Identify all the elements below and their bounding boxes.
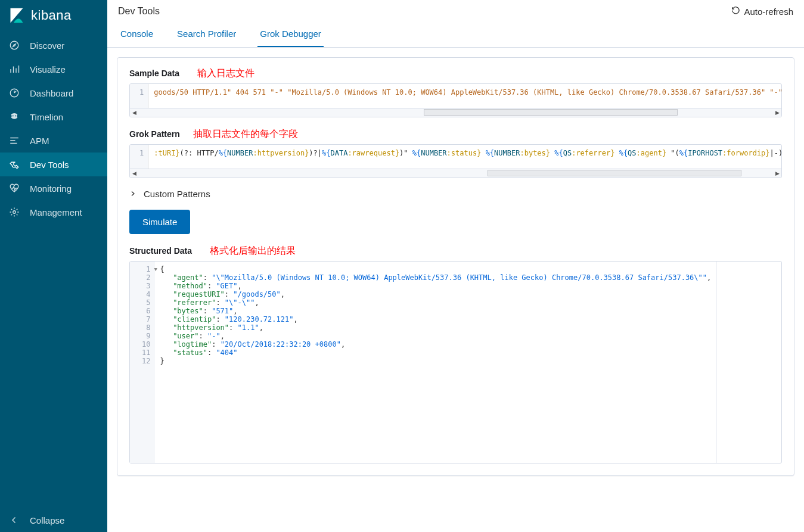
structured-data-output[interactable]: 123456789101112 ▼{ "agent": "\"Mozilla/5…: [129, 261, 782, 463]
nav-label: Visualize: [30, 64, 66, 74]
grok-pattern-label: Grok Pattern 抽取日志文件的每个字段: [129, 128, 782, 141]
refresh-icon: [731, 6, 740, 17]
sidebar-item-management[interactable]: Management: [0, 200, 107, 224]
gear-icon: [8, 206, 20, 218]
scroll-right-icon[interactable]: ▶: [773, 169, 781, 178]
tab-console[interactable]: Console: [118, 23, 156, 47]
page-title: Dev Tools: [118, 6, 160, 17]
sidebar-item-timelion[interactable]: Timelion: [0, 105, 107, 129]
output-code: ▼{ "agent": "\"Mozilla/5.0 (Windows NT 1…: [155, 262, 716, 463]
simulate-button[interactable]: Simulate: [129, 210, 190, 234]
svg-point-2: [13, 116, 14, 117]
content: Sample Data 输入日志文件 1 goods/50 HTTP/1.1" …: [107, 48, 804, 532]
gutter: 123456789101112: [130, 262, 155, 463]
main: Dev Tools Auto-refresh Console Search Pr…: [107, 0, 804, 532]
scroll-left-icon[interactable]: ◀: [130, 108, 138, 117]
sidebar-item-monitoring[interactable]: Monitoring: [0, 176, 107, 200]
sidebar-item-discover[interactable]: Discover: [0, 33, 107, 57]
wrench-icon: [8, 158, 20, 170]
nav-label: Discover: [30, 41, 64, 51]
kibana-logo-icon: [8, 7, 25, 24]
collapse-icon: [8, 514, 20, 526]
svg-point-4: [13, 211, 16, 214]
sample-data-editor[interactable]: 1 goods/50 HTTP/1.1" 404 571 "-" "Mozill…: [129, 83, 782, 117]
logo[interactable]: kibana: [0, 0, 107, 33]
sidebar-item-devtools[interactable]: Dev Tools: [0, 153, 107, 176]
tab-grok-debugger[interactable]: Grok Debugger: [257, 23, 324, 47]
h-scrollbar[interactable]: ◀ ▶: [130, 108, 781, 117]
tabs: Console Search Profiler Grok Debugger: [107, 20, 804, 48]
annotation-output: 格式化后输出的结果: [210, 245, 296, 257]
h-scrollbar[interactable]: ◀ ▶: [130, 169, 781, 178]
nav-label: Dev Tools: [30, 160, 69, 170]
sidebar-item-apm[interactable]: APM: [0, 129, 107, 153]
custom-patterns-toggle[interactable]: Custom Patterns: [129, 189, 782, 199]
heartbeat-icon: [8, 182, 20, 194]
gauge-icon: [8, 87, 20, 99]
topbar: Dev Tools Auto-refresh: [107, 0, 804, 20]
fold-caret-icon[interactable]: ▼: [154, 265, 157, 273]
auto-refresh-button[interactable]: Auto-refresh: [731, 6, 793, 17]
bar-chart-icon: [8, 63, 20, 75]
grok-pattern-code[interactable]: :tURI}(?: HTTP/%{NUMBER:httpversion})?|%…: [149, 145, 781, 169]
sidebar-item-dashboard[interactable]: Dashboard: [0, 81, 107, 105]
collapse-label: Collapse: [30, 515, 64, 525]
auto-refresh-label: Auto-refresh: [744, 7, 793, 17]
scroll-right-icon[interactable]: ▶: [773, 108, 781, 117]
sample-data-code[interactable]: goods/50 HTTP/1.1" 404 571 "-" "Mozilla/…: [149, 84, 781, 108]
nav-list: Discover Visualize Dashboard Timelion AP…: [0, 33, 107, 508]
brand-text: kibana: [31, 8, 72, 23]
chevron-right-icon: [129, 189, 136, 199]
timelion-icon: [8, 111, 20, 123]
grok-pattern-editor[interactable]: 1 :tURI}(?: HTTP/%{NUMBER:httpversion})?…: [129, 144, 782, 178]
structured-data-label: Structured Data 格式化后输出的结果: [129, 245, 782, 257]
grok-panel: Sample Data 输入日志文件 1 goods/50 HTTP/1.1" …: [117, 57, 794, 476]
nav-label: Dashboard: [30, 88, 73, 98]
nav-label: Management: [30, 207, 82, 217]
gutter: 1: [130, 145, 149, 169]
svg-point-0: [10, 41, 18, 49]
scroll-left-icon[interactable]: ◀: [130, 169, 138, 178]
svg-point-3: [15, 116, 16, 117]
annotation-pattern: 抽取日志文件的每个字段: [193, 128, 298, 141]
sidebar-collapse[interactable]: Collapse: [0, 508, 107, 532]
sample-data-label: Sample Data 输入日志文件: [129, 67, 782, 80]
sidebar: kibana Discover Visualize Dashboard Time…: [0, 0, 107, 532]
custom-patterns-label: Custom Patterns: [144, 189, 210, 199]
gutter: 1: [130, 84, 149, 108]
nav-label: Timelion: [30, 112, 63, 122]
nav-label: APM: [30, 136, 49, 146]
output-right-pane: [716, 262, 781, 463]
compass-icon: [8, 39, 20, 51]
annotation-sample: 输入日志文件: [197, 67, 254, 80]
sidebar-item-visualize[interactable]: Visualize: [0, 57, 107, 81]
nav-label: Monitoring: [30, 183, 72, 194]
tab-search-profiler[interactable]: Search Profiler: [175, 23, 238, 47]
apm-icon: [8, 135, 20, 147]
